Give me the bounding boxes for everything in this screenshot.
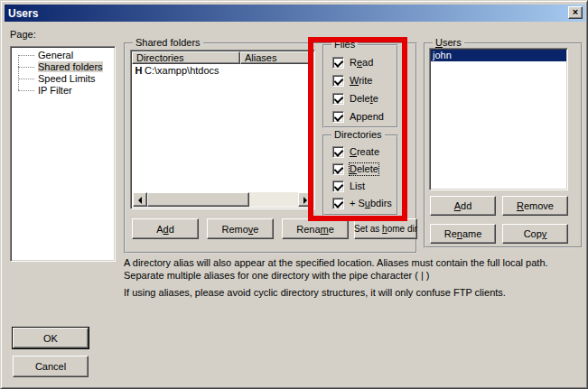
checkbox-write[interactable]: Write	[332, 75, 372, 87]
tree-item-ip-filter[interactable]: IP Filter	[18, 85, 115, 97]
title-bar: Users ×	[5, 5, 585, 22]
scrollbar-thumb[interactable]	[147, 192, 249, 207]
listview-header: Directories Aliases	[132, 51, 313, 64]
scroll-left-button[interactable]	[133, 192, 147, 207]
checkbox-label: Append	[350, 111, 384, 123]
checkbox-label: Write	[350, 75, 372, 87]
checkbox-delete-file[interactable]: Delete	[332, 93, 378, 105]
remove-directory-button[interactable]: Remove	[207, 218, 274, 239]
directories-listview[interactable]: Directories Aliases H C:\xampp\htdocs	[130, 50, 315, 209]
directory-path: C:\xampp\htdocs	[145, 65, 219, 77]
rename-user-button[interactable]: Rename	[430, 224, 496, 244]
files-group-label: Files	[331, 39, 358, 50]
left-arrow-icon	[138, 197, 142, 204]
directories-group-label: Directories	[331, 129, 385, 140]
checkbox-icon[interactable]	[332, 146, 344, 158]
checkbox-label: + Subdirs	[350, 198, 392, 209]
ok-button[interactable]: OK	[13, 328, 89, 348]
checkbox-label: Create	[350, 146, 379, 158]
checkbox-icon[interactable]	[332, 198, 344, 209]
horizontal-scrollbar[interactable]	[133, 192, 313, 207]
home-flag: H	[133, 65, 145, 77]
users-listbox[interactable]: john	[429, 48, 568, 190]
page-tree[interactable]: General Shared folders Speed Limits IP F…	[10, 46, 116, 262]
alias-help-paragraph-2: If using aliases, please avoid cyclic di…	[124, 286, 588, 299]
add-user-button[interactable]: Add	[430, 196, 496, 216]
remove-user-button[interactable]: Remove	[502, 196, 568, 216]
users-dialog: Users × Page: General Shared folders Spe…	[0, 0, 588, 389]
set-as-home-dir-button[interactable]: Set as home dir	[354, 218, 417, 239]
checkbox-append[interactable]: Append	[332, 111, 384, 123]
users-group-label: Users	[433, 37, 464, 48]
checkbox-label: Delete	[350, 93, 378, 105]
copy-user-button[interactable]: Copy	[502, 224, 568, 244]
checkbox-icon[interactable]	[332, 111, 344, 123]
right-arrow-icon	[303, 197, 307, 204]
tree-item-general[interactable]: General	[18, 50, 115, 61]
checkbox-read[interactable]: Read	[332, 57, 373, 69]
shared-folders-group-label: Shared folders	[133, 37, 203, 48]
alias-help-text: A directory alias will also appear at th…	[124, 256, 588, 303]
scroll-right-button[interactable]	[298, 192, 313, 207]
column-header-aliases[interactable]: Aliases	[240, 51, 313, 64]
rename-directory-button[interactable]: Rename	[282, 218, 349, 239]
scrollbar-track[interactable]	[249, 192, 298, 207]
tree-item-shared-folders[interactable]: Shared folders	[18, 61, 115, 73]
table-row[interactable]: H C:\xampp\htdocs	[133, 65, 313, 77]
directories-group: Directories Create Delete List + Subdirs	[322, 134, 398, 216]
checkbox-icon[interactable]	[332, 163, 344, 175]
checkbox-create[interactable]: Create	[332, 146, 379, 158]
checkbox-list[interactable]: List	[332, 181, 365, 192]
add-directory-button[interactable]: Add	[132, 218, 199, 239]
checkbox-label: Delete	[350, 163, 378, 175]
checkbox-icon[interactable]	[332, 181, 344, 192]
tree-item-speed-limits[interactable]: Speed Limits	[18, 73, 115, 85]
checkbox-icon[interactable]	[332, 57, 344, 69]
column-header-directories[interactable]: Directories	[132, 51, 240, 64]
checkbox-delete-dir[interactable]: Delete	[332, 163, 378, 175]
files-group: Files Read Write Delete Append	[322, 44, 398, 128]
page-label: Page:	[10, 29, 36, 40]
close-icon[interactable]: ×	[568, 6, 583, 19]
checkbox-label: Read	[350, 57, 373, 69]
alias-help-paragraph-1: A directory alias will also appear at th…	[124, 256, 588, 282]
list-item-user[interactable]: john	[431, 50, 566, 61]
checkbox-icon[interactable]	[332, 75, 344, 87]
checkbox-icon[interactable]	[332, 93, 344, 105]
checkbox-subdirs[interactable]: + Subdirs	[332, 198, 392, 209]
window-title: Users	[5, 7, 38, 20]
cancel-button[interactable]: Cancel	[13, 356, 89, 377]
checkbox-label: List	[350, 181, 365, 192]
